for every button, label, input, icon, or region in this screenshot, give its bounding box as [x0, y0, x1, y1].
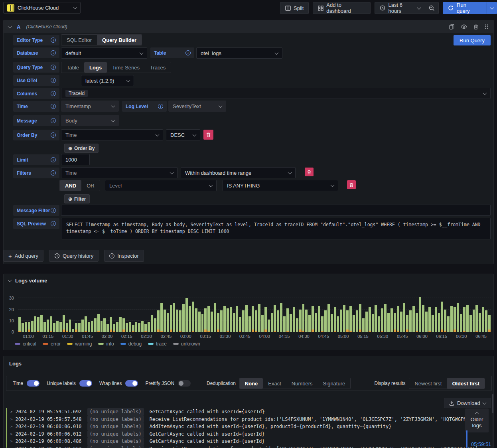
query-type-option-logs[interactable]: Logs	[84, 62, 107, 73]
duplicate-query-icon[interactable]	[449, 24, 454, 30]
table-select[interactable]: otel_logs	[196, 47, 282, 59]
expand-row-chevron-icon[interactable]: >	[10, 430, 12, 438]
info-icon[interactable]: i	[51, 91, 56, 96]
remove-filter-button[interactable]	[305, 168, 314, 176]
query-header: A (ClickHouse Cloud)	[4, 20, 493, 33]
info-icon[interactable]: i	[51, 221, 56, 226]
delete-query-trash-icon[interactable]	[473, 24, 478, 30]
order-by-direction-select[interactable]: DESC	[166, 129, 200, 140]
filter2-operator-select[interactable]: IS ANYTHING	[223, 180, 338, 191]
volume-bar	[302, 304, 305, 332]
legend-item-error[interactable]: error	[43, 341, 61, 347]
builder-run-query-button[interactable]: Run Query	[454, 35, 491, 45]
legend-item-info[interactable]: info	[98, 341, 114, 347]
info-icon[interactable]: i	[51, 37, 56, 43]
limit-input[interactable]: 1000	[61, 154, 90, 165]
hide-query-eye-icon[interactable]	[461, 24, 467, 29]
info-icon[interactable]: i	[158, 104, 163, 109]
columns-multiselect[interactable]: TraceId	[61, 88, 491, 99]
run-query-dropdown[interactable]	[487, 2, 497, 14]
collapse-chevron-icon[interactable]	[8, 24, 12, 28]
info-icon[interactable]: i	[51, 208, 56, 213]
collapse-chevron-icon[interactable]	[8, 278, 12, 282]
dedup-option-exact[interactable]: Exact	[263, 378, 286, 389]
split-button[interactable]: Split	[280, 2, 309, 14]
remove-filter2-button[interactable]	[347, 180, 356, 189]
legend-item-debug[interactable]: debug	[120, 341, 142, 347]
legend-item-warning[interactable]: warning	[67, 341, 92, 347]
dedup-option-numbers[interactable]: Numbers	[286, 378, 318, 389]
query-type-option-time-series[interactable]: Time Series	[107, 62, 145, 73]
log-row[interactable]: >2024-02-19 06:00:18.663(no unique label…	[6, 445, 465, 448]
zoom-out-time-button[interactable]	[425, 2, 439, 14]
add-filter-button[interactable]: ⊕Filter	[64, 194, 90, 203]
remove-order-by-button[interactable]	[203, 130, 213, 140]
info-icon[interactable]: i	[51, 78, 56, 83]
log-level-select[interactable]: SeverityText	[168, 101, 226, 112]
toggle-prettify-json[interactable]	[178, 380, 191, 387]
toggle-unique-labels[interactable]	[79, 380, 92, 387]
info-icon[interactable]: i	[185, 50, 191, 55]
query-type-option-table[interactable]: Table	[61, 62, 84, 73]
expand-row-chevron-icon[interactable]: >	[10, 408, 12, 416]
info-icon[interactable]: i	[51, 50, 56, 55]
dedup-option-signature[interactable]: Signature	[318, 378, 351, 389]
expand-row-chevron-icon[interactable]: >	[10, 438, 12, 445]
info-icon[interactable]: i	[51, 132, 56, 138]
toggle-time[interactable]	[27, 380, 39, 387]
logs-scrollbar[interactable]	[492, 394, 494, 448]
info-icon[interactable]: i	[51, 65, 56, 70]
log-row[interactable]: >2024-02-19 05:59:57.548(no unique label…	[6, 416, 465, 423]
editor-type-option-query-builder[interactable]: Query Builder	[97, 35, 142, 45]
logs-volume-chart[interactable]	[18, 295, 491, 332]
add-to-dashboard-button[interactable]: Add to dashboard	[313, 2, 371, 14]
query-history-button[interactable]: Query history	[49, 250, 99, 262]
expand-row-chevron-icon[interactable]: >	[10, 445, 12, 448]
otel-version-select[interactable]: latest (1.2.9)	[81, 75, 134, 86]
circle-plus-icon: ⊕	[68, 196, 72, 202]
download-button[interactable]: Download	[444, 398, 491, 408]
display-option-oldest-first[interactable]: Oldest first	[447, 378, 485, 389]
order-by-field-select[interactable]: Time	[61, 129, 163, 140]
message-column-select[interactable]: Body	[61, 115, 119, 126]
log-row[interactable]: >2024-02-19 05:59:51.692(no unique label…	[6, 408, 465, 416]
legend-item-trace[interactable]: trace	[148, 341, 167, 347]
volume-bar	[296, 318, 298, 332]
inspector-button[interactable]: i Inspector	[104, 250, 144, 262]
time-column-select[interactable]: Timestamp	[61, 101, 119, 112]
older-logs-button[interactable]: Older logs	[465, 409, 489, 432]
x-tick: 04:00	[259, 334, 270, 339]
volume-bar	[88, 322, 90, 332]
info-icon[interactable]: i	[51, 118, 56, 123]
info-icon[interactable]: i	[51, 170, 56, 176]
log-row[interactable]: >2024-02-19 06:00:06.012(no unique label…	[6, 430, 465, 438]
drag-handle-icon[interactable]	[485, 24, 489, 30]
conjunction-option-and[interactable]: AND	[60, 180, 81, 191]
toggle-wrap-lines[interactable]	[125, 380, 138, 387]
log-row[interactable]: >2024-02-19 06:00:06.010(no unique label…	[6, 423, 465, 430]
add-order-by-button[interactable]: ⊕Order By	[64, 144, 99, 153]
display-option-newest-first[interactable]: Newest first	[409, 378, 447, 389]
editor-type-option-sql-editor[interactable]: SQL Editor	[61, 35, 97, 45]
message-filter-input[interactable]	[61, 205, 491, 216]
expand-row-chevron-icon[interactable]: >	[10, 423, 12, 430]
database-select[interactable]: default	[61, 47, 147, 59]
expand-row-chevron-icon[interactable]: >	[10, 416, 12, 423]
filter2-field-select[interactable]: Level	[105, 180, 217, 191]
log-row[interactable]: >2024-02-19 06:00:08.486(no unique label…	[6, 438, 465, 445]
column-chip[interactable]: TraceId	[65, 90, 88, 97]
x-tick: 03:45	[239, 334, 250, 339]
filter-operator-select[interactable]: Within dashboard time range	[181, 167, 296, 178]
query-type-option-traces[interactable]: Traces	[145, 62, 171, 73]
info-icon[interactable]: i	[51, 104, 56, 109]
legend-item-unknown[interactable]: unknown	[173, 341, 200, 347]
legend-item-critical[interactable]: critical	[15, 341, 36, 347]
info-icon[interactable]: i	[51, 157, 56, 162]
time-range-picker[interactable]: Last 6 hours	[375, 2, 425, 14]
filter-field-select[interactable]: Time	[61, 167, 178, 178]
add-query-button[interactable]: + Add query	[3, 250, 43, 262]
run-query-button[interactable]: Run query	[443, 2, 497, 14]
conjunction-option-or[interactable]: OR	[81, 180, 100, 191]
datasource-picker[interactable]: ClickHouse Cloud	[3, 2, 81, 14]
dedup-option-none[interactable]: None	[240, 378, 263, 389]
